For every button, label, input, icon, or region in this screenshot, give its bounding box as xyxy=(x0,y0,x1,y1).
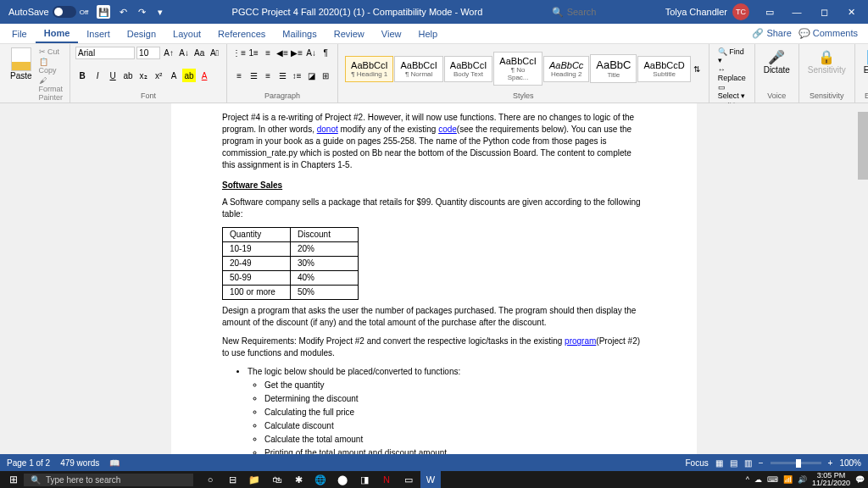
view-print-icon[interactable]: ▦ xyxy=(715,458,723,468)
select-button[interactable]: ▭ Select ▾ xyxy=(718,83,746,100)
search-input[interactable] xyxy=(567,7,652,17)
scrollbar[interactable] xyxy=(858,103,868,454)
text-effects-icon[interactable]: A xyxy=(167,69,181,82)
word-icon[interactable]: W xyxy=(420,471,441,488)
justify-icon[interactable]: ☰ xyxy=(275,69,289,82)
proofing-icon[interactable]: 📖 xyxy=(109,458,120,468)
numbering-icon[interactable]: 1≡ xyxy=(247,46,260,59)
page-number[interactable]: Page 1 of 2 xyxy=(7,458,50,468)
tab-view[interactable]: View xyxy=(373,25,410,42)
wifi-icon[interactable]: 📶 xyxy=(783,475,793,484)
style-heading2[interactable]: AaBbCcHeading 2 xyxy=(543,56,589,82)
search-box[interactable]: 🔍 xyxy=(545,7,659,18)
sort-icon[interactable]: A↓ xyxy=(304,46,318,59)
underline-button[interactable]: U xyxy=(106,69,120,82)
comments-button[interactable]: 💬 Comments xyxy=(798,28,858,39)
tab-design[interactable]: Design xyxy=(119,25,164,42)
notifications-icon[interactable]: 💬 xyxy=(855,475,865,484)
bold-button[interactable]: B xyxy=(75,69,89,82)
zoom-slider[interactable] xyxy=(771,462,821,464)
zoom-in-icon[interactable]: + xyxy=(828,458,833,468)
tab-layout[interactable]: Layout xyxy=(164,25,209,42)
format-painter-button[interactable]: 🖌 Format Painter xyxy=(39,76,64,102)
increase-indent-icon[interactable]: ▶≡ xyxy=(290,46,303,59)
shading-icon[interactable]: ◪ xyxy=(304,69,318,82)
start-button[interactable]: ⊞ xyxy=(3,474,24,485)
taskbar-search[interactable]: 🔍 Type here to search xyxy=(24,474,193,486)
find-button[interactable]: 🔍 Find ▾ xyxy=(718,47,746,64)
taskview-icon[interactable]: ⊟ xyxy=(222,471,242,488)
page-content[interactable]: Project #4 is a re-writing of Project #2… xyxy=(171,103,697,454)
strike-button[interactable]: ab xyxy=(121,69,135,82)
tab-home[interactable]: Home xyxy=(36,25,79,43)
shrink-font-icon[interactable]: A↓ xyxy=(177,46,191,59)
user-info[interactable]: Tolya Chandler TC xyxy=(659,3,756,20)
app-icon[interactable]: ✱ xyxy=(288,471,309,488)
align-right-icon[interactable]: ≡ xyxy=(261,69,275,82)
view-web-icon[interactable]: ▥ xyxy=(744,458,752,468)
cut-button[interactable]: ✂ Cut xyxy=(39,47,64,56)
change-case-icon[interactable]: Aa xyxy=(192,46,206,59)
cortana-icon[interactable]: ○ xyxy=(200,471,220,488)
scroll-thumb[interactable] xyxy=(858,112,868,180)
undo-icon[interactable]: ↶ xyxy=(114,3,131,20)
show-marks-icon[interactable]: ¶ xyxy=(319,46,332,59)
avatar[interactable]: TC xyxy=(732,3,749,20)
qat-dropdown-icon[interactable]: ▾ xyxy=(152,3,169,20)
autosave-toggle[interactable]: AutoSave Off xyxy=(3,6,93,18)
styles-more-icon[interactable]: ⇅ xyxy=(692,63,702,75)
chrome-icon[interactable]: ⬤ xyxy=(332,471,353,488)
align-center-icon[interactable]: ☰ xyxy=(247,69,260,82)
font-size-select[interactable] xyxy=(136,47,160,59)
editor-icon[interactable]: 📝 xyxy=(864,49,868,65)
style-nospace[interactable]: AaBbCcI¶ No Spac... xyxy=(493,52,542,86)
onedrive-icon[interactable]: ☁ xyxy=(754,475,762,484)
dictate-icon[interactable]: 🎤 xyxy=(764,49,790,65)
font-color-icon[interactable]: A xyxy=(198,69,211,82)
share-button[interactable]: 🔗 Share xyxy=(752,28,791,39)
style-title[interactable]: AaBbCTitle xyxy=(590,54,637,83)
view-read-icon[interactable]: ▤ xyxy=(730,458,737,468)
zoom-out-icon[interactable]: − xyxy=(759,458,764,468)
replace-button[interactable]: ↔ Replace xyxy=(718,65,746,82)
clock-date[interactable]: 11/21/2020 xyxy=(812,480,850,487)
font-name-select[interactable] xyxy=(75,47,135,59)
highlight-icon[interactable]: ab xyxy=(182,69,196,82)
keyboard-icon[interactable]: ⌨ xyxy=(767,475,778,484)
styles-gallery[interactable]: AaBbCcI¶ Heading 1 AaBbCcI¶ Normal AaBbC… xyxy=(343,46,704,92)
save-icon[interactable]: 💾 xyxy=(97,5,110,19)
document-area[interactable]: Project #4 is a re-writing of Project #2… xyxy=(0,103,868,454)
italic-button[interactable]: I xyxy=(91,69,104,82)
focus-mode[interactable]: Focus xyxy=(686,458,709,468)
multilevel-icon[interactable]: ≡ xyxy=(261,46,275,59)
tab-mailings[interactable]: Mailings xyxy=(274,25,325,42)
edge-icon[interactable]: 🌐 xyxy=(310,471,331,488)
redo-icon[interactable]: ↷ xyxy=(133,3,150,20)
style-heading1[interactable]: AaBbCcI¶ Heading 1 xyxy=(345,56,393,82)
ribbon-display-icon[interactable]: ▭ xyxy=(756,0,783,24)
volume-icon[interactable]: 🔊 xyxy=(798,475,807,484)
tab-help[interactable]: Help xyxy=(409,25,446,42)
netflix-icon[interactable]: N xyxy=(376,471,397,488)
maximize-icon[interactable]: ◻ xyxy=(810,0,837,24)
subscript-button[interactable]: x₂ xyxy=(136,69,150,82)
tab-review[interactable]: Review xyxy=(326,25,373,42)
vscode-icon[interactable]: ◨ xyxy=(354,471,375,488)
explorer-icon[interactable]: 📁 xyxy=(244,471,264,488)
zoom-level[interactable]: 100% xyxy=(839,458,861,468)
tray-up-icon[interactable]: ^ xyxy=(746,475,749,484)
align-left-icon[interactable]: ≡ xyxy=(232,69,246,82)
paste-button[interactable]: Paste xyxy=(5,46,37,103)
style-normal[interactable]: AaBbCcI¶ Normal xyxy=(394,56,442,82)
store-icon[interactable]: 🛍 xyxy=(266,471,287,488)
superscript-button[interactable]: x² xyxy=(152,69,165,82)
borders-icon[interactable]: ⊞ xyxy=(319,69,332,82)
tab-file[interactable]: File xyxy=(3,25,36,42)
copy-button[interactable]: 📋 Copy xyxy=(39,58,64,75)
bullets-icon[interactable]: ⋮≡ xyxy=(232,46,246,59)
style-body[interactable]: AaBbCcIBody Text xyxy=(444,56,492,82)
line-spacing-icon[interactable]: ↕≡ xyxy=(290,69,303,82)
app2-icon[interactable]: ▭ xyxy=(398,471,419,488)
toggle-switch[interactable] xyxy=(53,6,76,18)
tab-references[interactable]: References xyxy=(209,25,274,42)
